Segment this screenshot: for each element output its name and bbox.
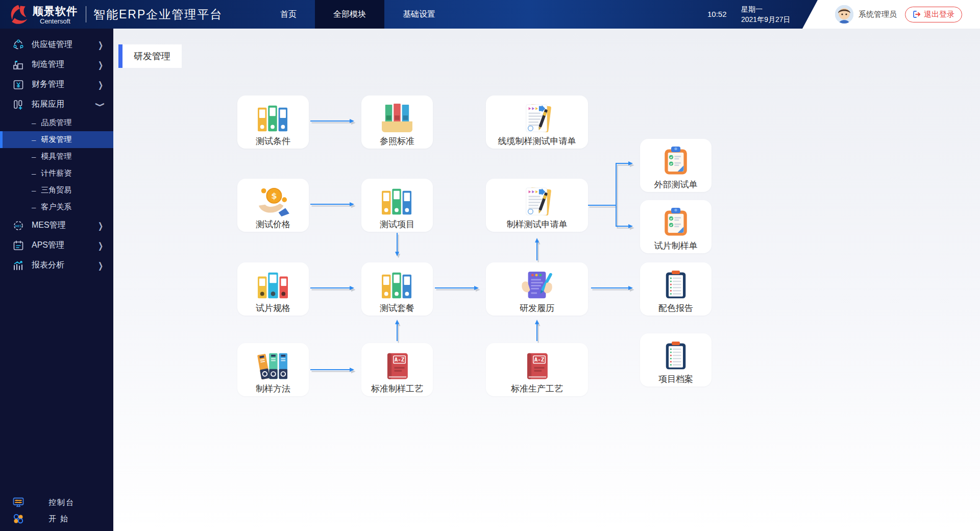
chevron-right-icon: ❯: [98, 240, 103, 251]
svg-text:MES: MES: [15, 224, 22, 227]
header-user-area: 系统管理员 退出登录: [802, 0, 980, 29]
flow-node-specimen-sample-order[interactable]: 试片制样单: [640, 200, 712, 253]
flow-node-label: 外部测试单: [654, 179, 698, 190]
flow-node-specimen-spec[interactable]: 试片规格: [237, 262, 309, 316]
flow-node-rnd-history[interactable]: 研发履历: [486, 262, 588, 316]
clipboard-navy-icon: [662, 267, 690, 300]
dash-marker: –: [32, 169, 36, 178]
flow-node-project-archive[interactable]: 项目档案: [640, 333, 712, 387]
supply-chain-icon: [12, 39, 24, 51]
sidebar-subitem-quality[interactable]: – 品质管理: [0, 114, 113, 131]
date-block: 星期一 2021年9月27日: [741, 4, 791, 25]
console-icon: [12, 496, 24, 509]
sidebar-item-supply-chain[interactable]: 供应链管理 ❯: [0, 35, 113, 55]
sidebar-subitem-label: 模具管理: [41, 152, 71, 161]
flow-node-test-package[interactable]: 测试套餐: [361, 262, 433, 316]
sidebar-subitem-rnd[interactable]: – 研发管理: [0, 131, 113, 148]
chevron-right-icon: ❯: [98, 260, 103, 271]
flow-node-label: 配色报告: [658, 302, 693, 314]
flow-node-label: 测试项目: [380, 219, 414, 230]
dash-marker: –: [32, 152, 36, 161]
flow-node-label: 试片规格: [256, 302, 290, 314]
document-hands-icon: [521, 267, 553, 300]
book-az-icon: A-Z: [382, 347, 412, 381]
logout-icon: [913, 10, 921, 18]
sidebar-item-mes[interactable]: MES MES管理 ❯: [0, 215, 113, 235]
flow-node-external-test-order[interactable]: 外部测试单: [640, 139, 712, 192]
svg-text:A-Z: A-Z: [395, 356, 405, 363]
flow-node-label: 参照标准: [380, 135, 414, 147]
sidebar-subitem-triangle-trade[interactable]: – 三角贸易: [0, 182, 113, 199]
sidebar-item-aps[interactable]: APS管理 ❯: [0, 235, 113, 255]
flow-node-standard-production-process[interactable]: A-Z 标准生产工艺: [486, 343, 588, 396]
chevron-right-icon: ❯: [98, 60, 103, 70]
flow-node-label: 制样测试申请单: [507, 219, 568, 230]
coin-hand-icon: $: [257, 183, 289, 216]
document-pen-icon: [521, 183, 553, 216]
finance-icon: [12, 79, 24, 91]
flow-node-sample-test-request[interactable]: 制样测试申请单: [486, 179, 588, 232]
sidebar-item-label: APS管理: [32, 240, 64, 251]
tab-basic-settings[interactable]: 基础设置: [384, 0, 454, 29]
console-label: 控制台: [48, 498, 75, 508]
avatar-image: [835, 5, 853, 23]
sidebar-subitem-label: 三角贸易: [41, 185, 71, 195]
module-flowchart: 测试条件 参照标准: [113, 29, 980, 531]
start-label: 开 始: [48, 514, 69, 524]
sidebar: 供应链管理 ❯ 制造管理 ❯ 财务管理 ❯: [0, 29, 113, 531]
sidebar-item-extended-apps[interactable]: 拓展应用 ❯: [0, 94, 113, 114]
main-content: 研发管理: [113, 29, 980, 531]
flow-node-standard-sampling-process[interactable]: A-Z 标准制样工艺: [361, 343, 433, 396]
flow-node-test-conditions[interactable]: 测试条件: [237, 95, 309, 149]
sidebar-item-report-analysis[interactable]: 报表分析 ❯: [0, 255, 113, 275]
flow-node-label: 标准生产工艺: [511, 383, 563, 395]
flow-node-label: 项目档案: [658, 373, 693, 385]
binders-icon: [257, 100, 289, 133]
top-nav-tabs: 首页 全部模块 基础设置: [262, 0, 454, 29]
clipboard-orange-icon: [661, 143, 691, 177]
dash-marker: –: [32, 135, 36, 144]
sidebar-item-label: MES管理: [32, 220, 66, 231]
clipboard-navy-icon: [662, 337, 690, 371]
flow-node-color-report[interactable]: 配色报告: [640, 262, 712, 316]
top-bar: 顺景软件 Centersoft 智能ERP企业管理平台 首页 全部模块 基础设置…: [0, 0, 980, 29]
logout-button[interactable]: 退出登录: [905, 7, 962, 22]
start-button[interactable]: 开 始: [0, 511, 113, 527]
report-analysis-icon: [12, 259, 24, 272]
flow-node-cable-sample-test-request[interactable]: 线缆制样测试申请单: [486, 95, 588, 149]
dash-marker: –: [32, 203, 36, 211]
console-button[interactable]: 控制台: [0, 494, 113, 511]
sidebar-subitem-mold[interactable]: – 模具管理: [0, 148, 113, 165]
dash-marker: –: [32, 186, 36, 195]
chevron-right-icon: ❯: [98, 80, 103, 90]
logout-label: 退出登录: [924, 10, 954, 19]
sidebar-footer: 控制台 开 始: [0, 494, 113, 527]
app-title: 智能ERP企业管理平台: [93, 7, 223, 22]
chevron-right-icon: ❯: [98, 221, 103, 231]
mes-icon: MES: [12, 220, 24, 232]
flow-node-test-price[interactable]: $ 测试价格: [237, 179, 309, 232]
flow-node-reference-standard[interactable]: 参照标准: [361, 95, 433, 149]
date-label: 2021年9月27日: [741, 14, 791, 25]
flow-node-label: 测试条件: [256, 135, 290, 147]
sidebar-subitem-label: 品质管理: [41, 118, 71, 128]
bookshelf-icon: [381, 100, 413, 133]
user-avatar[interactable]: [835, 5, 853, 23]
tab-home[interactable]: 首页: [262, 0, 315, 29]
flow-node-label: 测试套餐: [380, 302, 414, 314]
flow-node-sampling-method[interactable]: 制样方法: [237, 343, 309, 396]
sidebar-item-label: 拓展应用: [32, 99, 64, 110]
flow-node-label: 研发履历: [520, 302, 554, 314]
sidebar-subitem-crm[interactable]: – 客户关系: [0, 199, 113, 215]
sidebar-item-finance[interactable]: 财务管理 ❯: [0, 75, 113, 94]
flow-node-test-items[interactable]: 测试项目: [361, 179, 433, 232]
sidebar-subitem-piecework[interactable]: – 计件薪资: [0, 165, 113, 182]
flow-node-label: 测试价格: [256, 219, 290, 230]
aps-icon: [12, 239, 24, 252]
chevron-right-icon: ❯: [98, 40, 103, 50]
svg-text:$: $: [271, 191, 277, 201]
tab-all-modules[interactable]: 全部模块: [315, 0, 384, 29]
clipboard-orange-icon: [661, 204, 691, 238]
sidebar-item-manufacturing[interactable]: 制造管理 ❯: [0, 55, 113, 75]
logo-area: 顺景软件 Centersoft 智能ERP企业管理平台: [7, 0, 223, 29]
